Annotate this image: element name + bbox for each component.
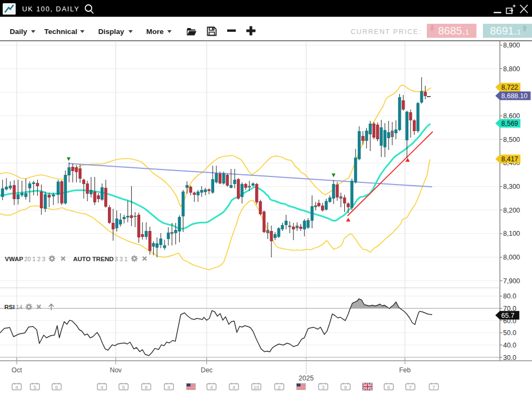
svg-text:8,000: 8,000 — [503, 254, 520, 261]
svg-text:8,569: 8,569 — [501, 120, 518, 127]
svg-text:8,100: 8,100 — [503, 230, 520, 237]
svg-text:VWAP: VWAP — [5, 256, 23, 262]
svg-text:Nov: Nov — [110, 366, 122, 374]
svg-text:Feb: Feb — [399, 366, 411, 374]
svg-text:7: 7 — [432, 384, 435, 390]
svg-text:9: 9 — [344, 384, 347, 390]
svg-text:Oct: Oct — [11, 366, 22, 374]
svg-text:30.0: 30.0 — [503, 354, 516, 362]
svg-text:UK 100, DAILY: UK 100, DAILY — [22, 5, 80, 13]
svg-text:8,500: 8,500 — [503, 136, 520, 144]
svg-text:AUTO TREND: AUTO TREND — [73, 256, 114, 262]
svg-text:4: 4 — [100, 384, 103, 390]
svg-text:7: 7 — [409, 384, 412, 390]
svg-text:8,600: 8,600 — [503, 112, 520, 120]
svg-text:8,200: 8,200 — [503, 207, 520, 214]
svg-text:Daily: Daily — [10, 28, 28, 36]
svg-text:4: 4 — [15, 384, 18, 390]
svg-text:8691.1: 8691.1 — [490, 25, 521, 37]
svg-text:8,300: 8,300 — [503, 183, 520, 190]
svg-text:Display: Display — [98, 28, 125, 36]
svg-text:8,800: 8,800 — [503, 65, 520, 73]
svg-text:3 3 1: 3 3 1 — [115, 256, 128, 262]
svg-text:CURRENT PRICE:: CURRENT PRICE: — [351, 28, 421, 36]
svg-text:10: 10 — [254, 384, 260, 390]
svg-text:8: 8 — [145, 384, 147, 390]
svg-text:65.7: 65.7 — [501, 312, 514, 319]
svg-text:2025: 2025 — [299, 374, 314, 382]
svg-text:20 1 2 3: 20 1 2 3 — [24, 256, 45, 262]
svg-text:Dec: Dec — [201, 366, 213, 374]
svg-text:7,900: 7,900 — [503, 277, 520, 285]
svg-text:8,688.10: 8,688.10 — [501, 92, 528, 100]
svg-text:14: 14 — [16, 304, 23, 310]
svg-text:6: 6 — [387, 384, 390, 390]
svg-text:5: 5 — [122, 384, 125, 390]
svg-text:8,417: 8,417 — [501, 155, 518, 163]
svg-text:More: More — [146, 28, 164, 36]
svg-text:50.0: 50.0 — [503, 329, 516, 337]
svg-text:6: 6 — [55, 384, 58, 390]
svg-text:RSI: RSI — [4, 304, 15, 310]
svg-text:40.0: 40.0 — [503, 342, 516, 349]
svg-text:8685.1: 8685.1 — [438, 25, 469, 37]
svg-text:Technical: Technical — [44, 28, 77, 36]
svg-text:3: 3 — [322, 384, 324, 390]
svg-text:8,900: 8,900 — [503, 42, 520, 49]
svg-text:2: 2 — [278, 384, 281, 390]
svg-text:4: 4 — [167, 384, 170, 390]
svg-text:4: 4 — [210, 384, 213, 390]
svg-text:8,722: 8,722 — [501, 84, 518, 91]
svg-text:4: 4 — [233, 384, 235, 390]
svg-text:5: 5 — [33, 384, 36, 390]
svg-text:80.0: 80.0 — [503, 292, 516, 300]
